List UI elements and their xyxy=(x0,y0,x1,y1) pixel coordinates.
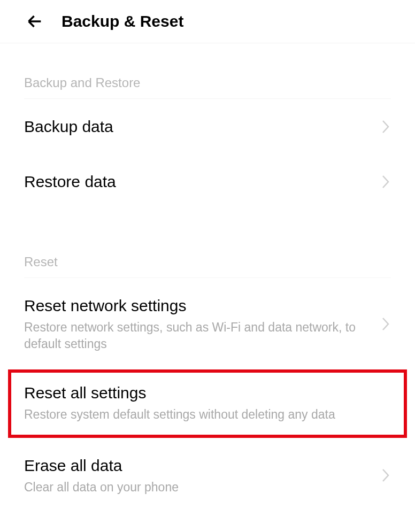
chevron-right-icon xyxy=(380,466,391,485)
row-subtitle: Clear all data on your phone xyxy=(24,479,376,496)
row-text: Reset all settings Restore system defaul… xyxy=(24,382,391,423)
chevron-right-icon xyxy=(380,172,391,191)
row-text: Erase all data Clear all data on your ph… xyxy=(24,455,376,496)
back-arrow-icon[interactable] xyxy=(24,11,45,32)
row-restore-data[interactable]: Restore data xyxy=(24,154,391,209)
row-text: Restore data xyxy=(24,171,376,192)
content-area: Backup and Restore Backup data Restore d… xyxy=(0,43,415,513)
app-header: Backup & Reset xyxy=(0,0,415,43)
row-backup-data[interactable]: Backup data xyxy=(24,99,391,154)
section-header-reset: Reset xyxy=(24,238,391,278)
row-subtitle: Restore network settings, such as Wi-Fi … xyxy=(24,319,376,352)
row-subtitle: Restore system default settings without … xyxy=(24,406,391,423)
section-header-backup: Backup and Restore xyxy=(24,70,391,99)
row-text: Backup data xyxy=(24,116,376,137)
chevron-right-icon xyxy=(380,314,391,334)
row-title: Erase all data xyxy=(24,455,376,476)
row-reset-all-settings[interactable]: Reset all settings Restore system defaul… xyxy=(24,373,391,435)
row-reset-network-settings[interactable]: Reset network settings Restore network s… xyxy=(24,278,391,369)
row-erase-all-data[interactable]: Erase all data Clear all data on your ph… xyxy=(24,438,391,513)
chevron-right-icon xyxy=(380,117,391,136)
row-title: Restore data xyxy=(24,171,376,192)
highlight-box: Reset all settings Restore system defaul… xyxy=(8,369,407,438)
row-title: Reset network settings xyxy=(24,295,376,316)
row-title: Backup data xyxy=(24,116,376,137)
row-title: Reset all settings xyxy=(24,382,391,403)
row-text: Reset network settings Restore network s… xyxy=(24,295,376,352)
page-title: Backup & Reset xyxy=(62,12,183,30)
